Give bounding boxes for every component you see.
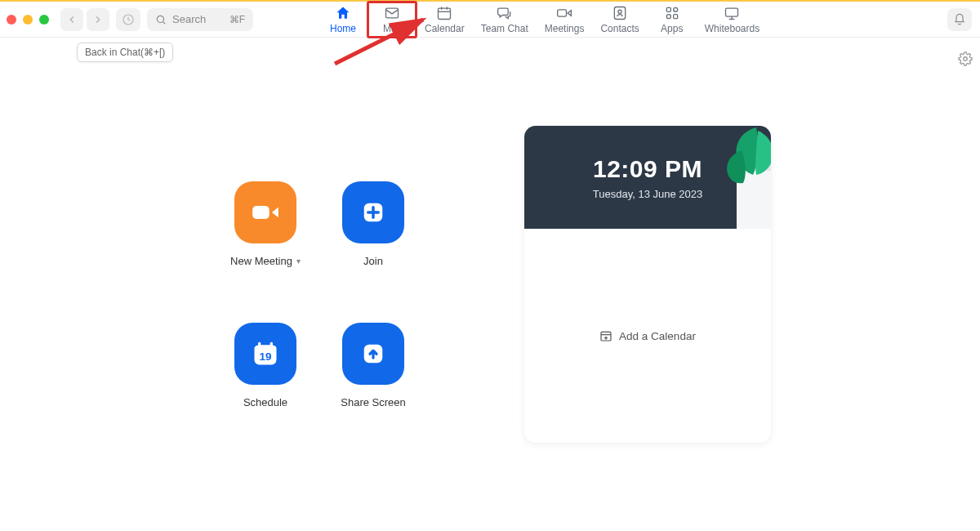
nav-arrows xyxy=(60,8,109,31)
notifications-button[interactable] xyxy=(947,8,972,31)
svg-rect-3 xyxy=(386,8,399,18)
bell-icon xyxy=(953,13,966,26)
add-calendar-label: Add a Calendar xyxy=(619,330,696,342)
action-caption: Schedule xyxy=(243,396,287,408)
add-calendar-button[interactable]: Add a Calendar xyxy=(599,329,696,342)
tab-label: Calendar xyxy=(425,23,465,34)
minimize-window-button[interactable] xyxy=(23,15,33,25)
widget-header: 12:09 PM Tuesday, 13 June 2023 xyxy=(524,126,771,229)
tab-label: Contacts xyxy=(600,23,639,34)
clock-time: 12:09 PM xyxy=(593,155,702,183)
tab-label: Mail xyxy=(383,23,401,34)
svg-point-1 xyxy=(157,16,163,22)
history-button[interactable] xyxy=(116,8,140,31)
svg-rect-25 xyxy=(258,342,261,347)
tab-calendar[interactable]: Calendar xyxy=(416,2,473,38)
svg-marker-9 xyxy=(568,10,571,16)
close-window-button[interactable] xyxy=(7,15,16,25)
whiteboard-icon xyxy=(724,5,740,21)
zoom-window-button[interactable] xyxy=(39,15,49,25)
share-screen-action[interactable]: Share Screen xyxy=(341,323,406,408)
main-content: New Meeting ▾ Join 19 Schedule Share Scr… xyxy=(0,38,980,531)
tab-label: Team Chat xyxy=(481,23,528,34)
svg-rect-12 xyxy=(666,7,670,11)
svg-rect-13 xyxy=(673,7,677,11)
schedule-action[interactable]: 19 Schedule xyxy=(234,323,296,408)
plant-illustration xyxy=(706,126,771,229)
join-action[interactable]: Join xyxy=(342,181,404,267)
action-caption: Join xyxy=(363,255,383,267)
tab-apps[interactable]: Apps xyxy=(648,2,697,38)
svg-rect-8 xyxy=(558,9,567,16)
calendar-icon xyxy=(436,5,452,21)
tab-meetings[interactable]: Meetings xyxy=(537,2,593,38)
back-button[interactable] xyxy=(60,8,83,31)
apps-icon xyxy=(664,5,680,21)
video-icon xyxy=(556,5,572,21)
calendar-widget: 12:09 PM Tuesday, 13 June 2023 Add a Cal… xyxy=(524,126,771,443)
svg-rect-16 xyxy=(726,8,738,16)
tab-home[interactable]: Home xyxy=(318,2,368,38)
tab-label: Apps xyxy=(661,23,683,34)
tab-contacts[interactable]: Contacts xyxy=(592,2,647,38)
main-tabs: Home Mail Calendar Team Chat Meetings Co… xyxy=(318,2,768,38)
search-shortcut: ⌘F xyxy=(229,14,245,25)
action-caption: Share Screen xyxy=(341,396,406,408)
chevron-down-icon[interactable]: ▾ xyxy=(296,257,301,266)
header-right xyxy=(947,8,972,31)
forward-button[interactable] xyxy=(87,8,109,31)
search-icon xyxy=(155,14,167,25)
tab-label: Meetings xyxy=(545,23,585,34)
calendar-add-icon xyxy=(599,329,612,342)
svg-rect-26 xyxy=(270,342,273,347)
plus-icon xyxy=(342,181,404,243)
svg-rect-21 xyxy=(252,206,270,219)
quick-actions: New Meeting ▾ Join 19 Schedule Share Scr… xyxy=(212,181,426,408)
svg-text:19: 19 xyxy=(259,350,271,363)
calendar-icon: 19 xyxy=(234,323,296,385)
app-header: Search ⌘F Home Mail Calendar Team Chat M… xyxy=(0,2,980,38)
action-caption: New Meeting ▾ xyxy=(230,255,301,267)
svg-line-2 xyxy=(163,21,166,24)
svg-point-11 xyxy=(618,10,621,13)
svg-rect-14 xyxy=(666,14,670,18)
search-placeholder: Search xyxy=(172,13,206,25)
home-icon xyxy=(335,5,351,21)
contacts-icon xyxy=(612,5,628,21)
svg-rect-15 xyxy=(673,14,677,18)
video-icon xyxy=(234,181,296,243)
new-meeting-action[interactable]: New Meeting ▾ xyxy=(230,181,301,267)
svg-rect-4 xyxy=(439,8,451,19)
window-controls xyxy=(7,15,49,25)
tab-whiteboards[interactable]: Whiteboards xyxy=(697,2,768,38)
chat-icon xyxy=(497,5,513,21)
tab-label: Home xyxy=(330,23,356,34)
mail-icon xyxy=(384,5,400,21)
tab-mail[interactable]: Mail xyxy=(368,2,416,38)
widget-body: Add a Calendar xyxy=(524,229,771,443)
tab-team-chat[interactable]: Team Chat xyxy=(473,2,537,38)
clock-date: Tuesday, 13 June 2023 xyxy=(593,188,702,200)
share-screen-icon xyxy=(342,323,404,385)
tab-label: Whiteboards xyxy=(705,23,760,34)
search-input[interactable]: Search ⌘F xyxy=(147,8,253,31)
